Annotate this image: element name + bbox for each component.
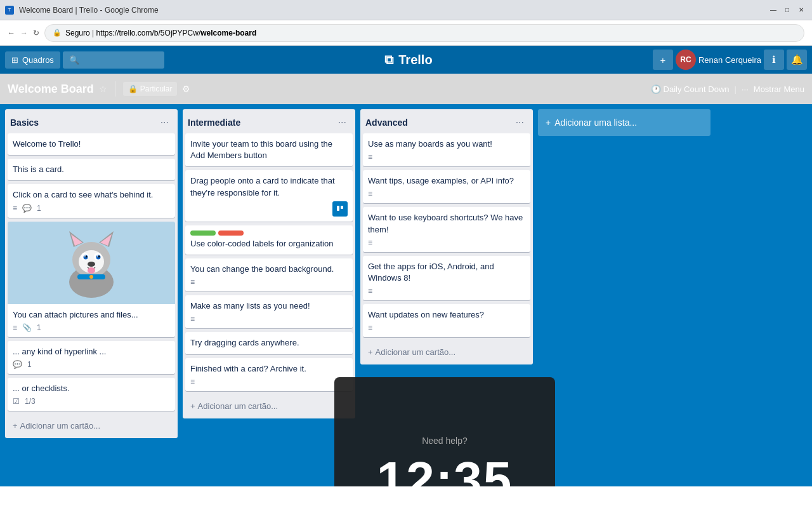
card-intermediate-5[interactable]: Make as many lists as you need! ≡ xyxy=(185,295,353,328)
svg-point-18 xyxy=(89,275,93,279)
comment-icon: 💬 xyxy=(22,204,32,213)
svg-point-16 xyxy=(88,267,95,274)
card-intermediate-2[interactable]: Drag people onto a card to indicate that… xyxy=(185,170,353,221)
board-title[interactable]: Welcome Board xyxy=(8,83,94,96)
description-icon: ≡ xyxy=(13,204,17,213)
label-red xyxy=(218,231,244,236)
card-meta-i7: ≡ xyxy=(190,377,348,386)
card-meta-3: ≡ 💬 1 xyxy=(13,204,170,213)
grid-icon: ⊞ xyxy=(11,55,18,65)
card-meta-i4: ≡ xyxy=(190,277,348,286)
card-advanced-5[interactable]: Want updates on new features? ≡ xyxy=(363,304,530,337)
card-basics-4[interactable]: You can attach pictures and files... ≡ 📎… xyxy=(8,222,175,337)
bell-icon: 🔔 xyxy=(791,54,803,65)
close-btn[interactable]: ✕ xyxy=(796,4,807,16)
card-intermediate-1[interactable]: Invite your team to this board using the… xyxy=(185,133,353,166)
lock-small-icon: 🔒 xyxy=(128,84,138,93)
header-right-divider: | xyxy=(735,84,737,94)
board-visibility[interactable]: 🔒 Particular xyxy=(123,82,178,96)
card-advanced-2[interactable]: Want tips, usage examples, or API info? … xyxy=(363,170,530,203)
top-nav: ⊞ Quadros ⧉ Trello + RC Renan Cerqueira … xyxy=(0,46,812,74)
desc-icon-a2: ≡ xyxy=(368,189,372,198)
add-icon-advanced: + xyxy=(368,347,373,357)
list-cards-advanced: Use as many boards as you want! ≡ Want t… xyxy=(360,133,533,341)
card-intermediate-7[interactable]: Finished with a card? Archive it. ≡ xyxy=(185,358,353,391)
countdown-time: 12:35 xyxy=(377,451,513,486)
list-cards-intermediate: Invite your team to this board using the… xyxy=(183,133,355,395)
filter-icon[interactable]: ⚙ xyxy=(182,84,190,94)
clock-icon: 🕐 xyxy=(651,84,661,94)
address-text: Seguro | https://trello.com/b/5OjPYPCw/w… xyxy=(65,29,256,37)
board-header: Welcome Board ☆ 🔒 Particular ⚙ 🕐 Daily C… xyxy=(0,74,812,104)
svg-point-13 xyxy=(84,255,86,257)
nav-right: + RC Renan Cerqueira ℹ 🔔 xyxy=(653,50,807,70)
card-intermediate-3[interactable]: Use color-coded labels for organization xyxy=(185,225,353,255)
card-advanced-4[interactable]: Get the apps for iOS, Android, and Windo… xyxy=(363,256,530,300)
nav-back[interactable]: ← xyxy=(8,29,15,37)
card-intermediate-4[interactable]: You can change the board background. ≡ xyxy=(185,258,353,291)
countdown-overlay: Need help? 12:35 xyxy=(334,377,555,486)
user-avatar[interactable]: RC xyxy=(676,50,696,70)
add-button[interactable]: + xyxy=(653,50,673,70)
user-name[interactable]: Renan Cerqueira xyxy=(698,55,761,65)
card-basics-6[interactable]: ... or checklists. ☑ 1/3 xyxy=(8,378,175,411)
card-basics-2[interactable]: This is a card. xyxy=(8,159,175,180)
list-basics: Basics ··· Welcome to Trello! This is a … xyxy=(5,109,178,438)
comment-icon-5: 💬 xyxy=(13,360,22,369)
svg-rect-20 xyxy=(337,206,339,211)
add-list-button[interactable]: + Adicionar uma lista... xyxy=(538,109,710,136)
card-basics-1[interactable]: Welcome to Trello! xyxy=(8,133,175,155)
board-star-icon[interactable]: ☆ xyxy=(99,84,107,94)
description-icon-i7: ≡ xyxy=(190,377,195,386)
description-icon-4: ≡ xyxy=(13,323,17,332)
attachment-icon: 📎 xyxy=(22,323,32,332)
nav-forward[interactable]: → xyxy=(20,29,28,37)
card-basics-5[interactable]: ... any kind of hyperlink ... 💬 1 xyxy=(8,341,175,374)
card-basics-3[interactable]: Click on a card to see what's behind it.… xyxy=(8,184,175,217)
list-header-advanced: Advanced ··· xyxy=(360,109,533,133)
maximize-btn[interactable]: □ xyxy=(782,4,793,16)
window-controls: — □ ✕ xyxy=(768,4,807,16)
add-card-intermediate[interactable]: + Adicionar um cartão... xyxy=(185,396,353,416)
daily-countdown-link[interactable]: 🕐 Daily Count Down xyxy=(651,84,730,94)
more-menu-button[interactable]: ··· xyxy=(742,84,749,94)
tab-favicon: T xyxy=(5,6,14,15)
card-meta-4: ≡ 📎 1 xyxy=(13,323,170,332)
card-meta-6: ☑ 1/3 xyxy=(13,397,170,406)
search-input[interactable] xyxy=(63,51,164,69)
husky-illustration xyxy=(53,225,129,301)
notifications-button[interactable]: 🔔 xyxy=(787,50,807,70)
add-card-basics[interactable]: + Adicionar um cartão... xyxy=(8,416,175,436)
svg-point-14 xyxy=(97,255,98,257)
boards-button[interactable]: ⊞ Quadros xyxy=(5,51,60,69)
card-image-husky xyxy=(8,222,175,304)
card-intermediate-6[interactable]: Try dragging cards anywhere. xyxy=(185,332,353,354)
info-icon: ℹ xyxy=(772,54,776,65)
list-title-advanced: Advanced xyxy=(365,117,408,128)
lock-icon: 🔒 xyxy=(53,29,62,37)
desc-icon-a1: ≡ xyxy=(368,152,372,161)
add-card-advanced[interactable]: + Adicionar um cartão... xyxy=(363,342,530,362)
add-icon: + xyxy=(13,421,18,431)
countdown-label: Need help? xyxy=(422,436,468,446)
minimize-btn[interactable]: — xyxy=(768,4,779,16)
header-divider xyxy=(115,81,115,97)
list-menu-advanced[interactable]: ··· xyxy=(512,116,528,130)
list-header-intermediate: Intermediate ··· xyxy=(183,109,355,133)
card-advanced-1[interactable]: Use as many boards as you want! ≡ xyxy=(363,133,530,166)
list-menu-intermediate[interactable]: ··· xyxy=(334,116,350,130)
card-advanced-3[interactable]: Want to use keyboard shortcuts? We have … xyxy=(363,207,530,251)
info-button[interactable]: ℹ xyxy=(764,50,784,70)
list-header-basics: Basics ··· xyxy=(5,109,178,133)
tab-title: Welcome Board | Trello - Google Chrome xyxy=(19,6,159,15)
svg-rect-21 xyxy=(341,206,343,209)
desc-icon-a4: ≡ xyxy=(368,286,372,295)
list-menu-basics[interactable]: ··· xyxy=(157,116,173,130)
address-input[interactable]: 🔒 Seguro | https://trello.com/b/5OjPYPCw… xyxy=(44,24,804,42)
card-meta-5: 💬 1 xyxy=(13,360,170,369)
svg-point-15 xyxy=(88,262,95,267)
nav-refresh[interactable]: ↻ xyxy=(33,29,39,37)
list-title-basics: Basics xyxy=(10,117,39,128)
checklist-icon: ☑ xyxy=(13,397,20,406)
show-menu-button[interactable]: Mostrar Menu xyxy=(754,84,804,94)
